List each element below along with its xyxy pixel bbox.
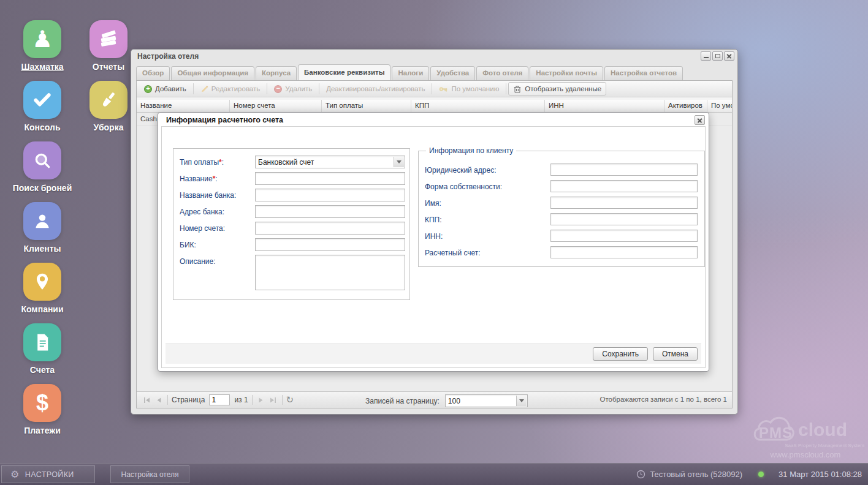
set-default-button[interactable]: По умолчанию <box>434 82 504 96</box>
tab-hotel-photos[interactable]: Фото отеля <box>476 66 528 80</box>
first-page-icon <box>143 396 151 404</box>
close-button[interactable] <box>724 51 734 61</box>
gear-icon: ⚙ <box>10 470 20 479</box>
pages-total-label: из 1 <box>234 396 248 404</box>
maximize-button[interactable] <box>712 51 723 61</box>
ownership-form-label: Форма собственности: <box>425 182 502 191</box>
minimize-button[interactable] <box>701 51 711 61</box>
bank-name-label: Название банка: <box>180 191 236 200</box>
tab-buildings[interactable]: Корпуса <box>256 66 297 80</box>
taskbar-item-hotel-settings[interactable]: Настройка отеля <box>110 465 189 483</box>
minimize-icon <box>704 57 709 58</box>
desktop-icon-invoices[interactable]: Счета <box>23 323 61 361</box>
next-page-icon <box>257 396 265 404</box>
column-header-account-number[interactable]: Номер счета <box>230 100 322 112</box>
cancel-button[interactable]: Отмена <box>653 347 698 361</box>
client-inn-field[interactable] <box>550 230 698 242</box>
prev-page-button[interactable] <box>153 394 165 406</box>
per-page-select[interactable]: 100 <box>445 394 528 407</box>
client-name-label: Имя: <box>425 199 441 208</box>
bik-field[interactable] <box>255 238 405 251</box>
legal-address-field[interactable] <box>550 164 698 176</box>
show-deleted-button[interactable]: Отобразить удаленные <box>508 82 606 96</box>
client-inn-label: ИНН: <box>425 232 443 241</box>
dialog-footer: Сохранить Отмена <box>166 344 701 364</box>
column-header-activated[interactable]: Активиров <box>664 100 707 112</box>
last-page-button[interactable] <box>267 394 280 406</box>
settlement-account-field[interactable] <box>550 246 698 258</box>
desktop-icon-reports[interactable]: Отчеты <box>89 20 128 58</box>
desktop-icon-housekeeping[interactable]: Уборка <box>89 81 128 119</box>
remove-icon <box>274 85 282 93</box>
desktop-icon-console[interactable]: Консоль <box>23 81 61 119</box>
dialog-close-button[interactable] <box>695 115 705 125</box>
ownership-form-field[interactable] <box>550 180 698 192</box>
dialog-title: Информация расчетного счета <box>166 116 283 124</box>
client-name-field[interactable] <box>550 197 698 209</box>
account-number-field[interactable] <box>255 222 405 235</box>
pms-cloud-watermark: PMS cloud SaaS Property Management Syste… <box>747 415 864 459</box>
window-titlebar[interactable]: Настройка отеля <box>131 50 737 63</box>
tab-taxes[interactable]: Налоги <box>392 66 429 80</box>
client-kpp-label: КПП: <box>425 216 442 224</box>
person-icon <box>23 202 61 240</box>
column-header-kpp[interactable]: КПП <box>411 100 545 112</box>
bank-name-field[interactable] <box>255 189 405 201</box>
cloud-logo-icon: PMS <box>747 415 799 445</box>
name-field[interactable] <box>255 172 405 185</box>
add-button[interactable]: Добавить <box>139 82 191 96</box>
dialog-body: Тип оплаты*: Банковский счет Название*: … <box>161 126 706 368</box>
delete-button[interactable]: Удалить <box>269 82 317 96</box>
taskbar: ⚙ НАСТРОЙКИ Настройка отеля Тестовый оте… <box>0 463 868 485</box>
tab-report-settings[interactable]: Настройка отчетов <box>604 66 683 80</box>
account-info-dialog: Информация расчетного счета Тип оплаты*:… <box>158 112 709 372</box>
save-button[interactable]: Сохранить <box>593 347 648 361</box>
desktop-icon-booking-search[interactable]: Поиск броней <box>23 141 61 179</box>
column-header-default[interactable]: По умолча <box>707 100 732 112</box>
column-header-payment-type[interactable]: Тип оплаты <box>322 100 411 112</box>
next-page-button[interactable] <box>255 394 267 406</box>
chevron-down-icon <box>516 396 527 406</box>
map-pin-icon <box>23 263 61 301</box>
tab-mail-settings[interactable]: Настройки почты <box>530 66 603 80</box>
taskbar-status: Тестовый отель (528092) 31 Март 2015 01:… <box>636 464 862 485</box>
hotel-name[interactable]: Тестовый отель (528092) <box>650 470 742 479</box>
desktop: PMS cloud SaaS Property Management Syste… <box>0 0 868 485</box>
clock-icon <box>636 470 645 479</box>
datetime: 31 Март 2015 01:08:28 <box>779 470 862 479</box>
pagination-bar: Страница из 1 ↻ Записей на страницу: 100 <box>137 391 732 408</box>
bank-address-field[interactable] <box>255 205 405 218</box>
payment-type-label: Тип оплаты*: <box>180 158 224 167</box>
description-field[interactable] <box>255 255 405 290</box>
grid-toolbar: Добавить Редактировать Удалить Деактивир… <box>137 81 732 97</box>
column-header-inn[interactable]: ИНН <box>545 100 664 112</box>
last-page-icon <box>269 396 277 404</box>
settings-menu-button[interactable]: ⚙ НАСТРОЙКИ <box>1 465 95 483</box>
client-info-group: Информация по клиенту Юридический адрес:… <box>418 151 705 267</box>
first-page-button[interactable] <box>140 394 153 406</box>
page-input[interactable] <box>209 394 230 405</box>
account-number-label: Номер счета: <box>180 224 225 233</box>
column-header-name[interactable]: Название <box>137 100 230 112</box>
toggle-active-button[interactable]: Деактивировать/активировать <box>321 82 430 96</box>
tab-overview[interactable]: Обзор <box>136 66 170 80</box>
pencil-icon <box>200 85 208 93</box>
client-kpp-field[interactable] <box>550 213 698 225</box>
tab-amenities[interactable]: Удобства <box>430 66 475 80</box>
books-icon <box>89 20 128 58</box>
tab-general-info[interactable]: Общая информация <box>171 66 254 80</box>
payment-type-select[interactable]: Банковский счет <box>255 156 405 168</box>
checkmark-icon <box>23 81 61 119</box>
add-icon <box>144 85 152 93</box>
grid-header: Название Номер счета Тип оплаты КПП ИНН … <box>137 100 732 113</box>
settings-menu-label: НАСТРОЙКИ <box>25 470 74 479</box>
desktop-icon-clients[interactable]: Клиенты <box>23 202 61 240</box>
per-page-label: Записей на страницу: <box>365 397 440 405</box>
desktop-icon-chessboard[interactable]: ♟ Шахматка <box>23 20 61 58</box>
refresh-icon[interactable]: ↻ <box>286 394 294 405</box>
desktop-icon-payments[interactable]: $ Платежи <box>23 384 61 422</box>
edit-button[interactable]: Редактировать <box>196 82 265 96</box>
desktop-icon-companies[interactable]: Компании <box>23 263 61 301</box>
tab-bank-details[interactable]: Банковские реквизиты <box>298 64 390 80</box>
brush-icon <box>89 81 128 119</box>
